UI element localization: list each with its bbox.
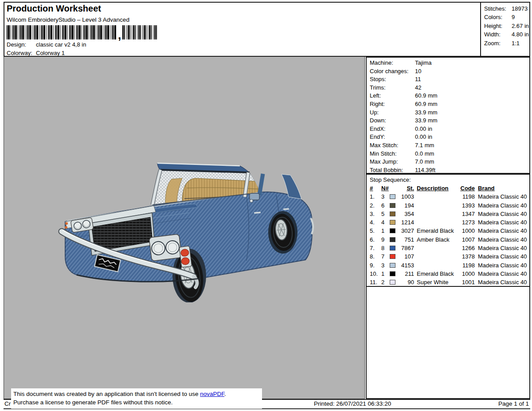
machine-row: EndX:0.00 in bbox=[367, 125, 529, 133]
machine-row: Max Jump:7.0 mm bbox=[367, 158, 529, 166]
stat-width: Width:4.80 in bbox=[484, 30, 530, 39]
stop-row: 4.412141273Madeira Classic 40 bbox=[367, 218, 529, 227]
stop-row: 7.878671266Madeira Classic 40 bbox=[367, 244, 529, 252]
machine-row: Total Bobbin:114.39ft bbox=[367, 166, 529, 175]
barcode-segment-2 bbox=[122, 25, 158, 39]
stop-row: 10.1211Emerald Black1000Madeira Classic … bbox=[367, 270, 529, 278]
thread-color-swatch bbox=[390, 246, 395, 251]
machine-row: Right:60.9 mm bbox=[367, 100, 529, 109]
machine-row: Stops:11 bbox=[367, 75, 529, 84]
stop-row: 6.9751Amber Black1007Madeira Classic 40 bbox=[367, 235, 529, 244]
design-value: classic car v2 4,8 in bbox=[36, 41, 86, 48]
barcode-segment-1 bbox=[7, 25, 117, 39]
colorway-label: Colorway: bbox=[7, 50, 36, 56]
production-worksheet-page: Production Worksheet Wilcom EmbroiderySt… bbox=[0, 0, 532, 411]
stop-row: 9.341531198Madeira Classic 40 bbox=[367, 261, 529, 270]
stop-row: 5.13027Emerald Black1000Madeira Classic … bbox=[367, 227, 529, 235]
thread-color-swatch bbox=[390, 194, 395, 199]
thread-color-swatch bbox=[390, 263, 395, 268]
barcode-comma: , bbox=[117, 31, 122, 39]
novapdf-notice-line2: Purchase a license to generate PDF files… bbox=[13, 398, 260, 407]
stat-stitches: Stitches:18973 bbox=[484, 4, 530, 13]
stat-zoom: Zoom:1:1 bbox=[484, 39, 530, 47]
machine-row: Max Stitch:7.1 mm bbox=[367, 141, 529, 150]
thread-color-swatch bbox=[390, 203, 395, 208]
stop-row: 1.310031198Madeira Classic 40 bbox=[367, 192, 529, 201]
car-embroidery-graphic bbox=[49, 156, 320, 302]
design-label: Design: bbox=[7, 41, 36, 48]
novapdf-notice-line1: This document was created by an applicat… bbox=[13, 390, 260, 398]
stop-row: 2.61941393Madeira Classic 40 bbox=[367, 201, 529, 210]
machine-row: Down:33.9 mm bbox=[367, 117, 529, 125]
stop-row: 8.71071378Madeira Classic 40 bbox=[367, 252, 529, 261]
colorway-value: Colorway 1 bbox=[36, 50, 65, 56]
stop-row: 11.290Super White1001Madeira Classic 40 bbox=[367, 278, 529, 286]
stop-sequence-header: # N# St. Description Code Brand bbox=[367, 184, 529, 192]
page-title: Production Worksheet bbox=[7, 4, 101, 14]
stop-sequence-box: Stop Sequence: # N# St. Description Code… bbox=[366, 174, 530, 399]
design-canvas bbox=[4, 57, 365, 399]
machine-info-box: Machine:Tajima Color changes:10 Stops:11… bbox=[366, 57, 530, 174]
stop-sequence-title: Stop Sequence: bbox=[367, 176, 529, 184]
novapdf-notice: This document was created by an applicat… bbox=[11, 388, 262, 409]
stat-height: Height:2.67 in bbox=[484, 22, 530, 30]
machine-row: Trims:42 bbox=[367, 84, 529, 92]
thread-color-swatch bbox=[390, 280, 395, 285]
machine-row: Min Stitch:0.0 mm bbox=[367, 150, 529, 158]
design-row: Design:classic car v2 4,8 in bbox=[7, 41, 86, 48]
machine-row: EndY:0.00 in bbox=[367, 133, 529, 141]
footer-page-number: Page 1 of 1 bbox=[498, 400, 529, 407]
machine-row: Up:33.9 mm bbox=[367, 109, 529, 117]
stop-sequence-divider bbox=[367, 286, 529, 287]
footer-left-fragment: Cr bbox=[4, 400, 11, 407]
design-barcode: , bbox=[7, 25, 158, 39]
thread-color-swatch bbox=[390, 228, 395, 233]
stat-colors: Colors:9 bbox=[484, 13, 530, 21]
thread-color-swatch bbox=[390, 211, 395, 216]
novapdf-link[interactable]: novaPDF bbox=[200, 391, 224, 397]
machine-row: Machine:Tajima bbox=[367, 59, 529, 67]
colorway-row: Colorway:Colorway 1 bbox=[7, 50, 65, 56]
thread-color-swatch bbox=[390, 271, 395, 276]
machine-row: Left:60.9 mm bbox=[367, 92, 529, 100]
app-subtitle: Wilcom EmbroideryStudio – Level 3 Advanc… bbox=[7, 16, 129, 23]
thread-color-swatch bbox=[390, 254, 395, 259]
header-box: Production Worksheet Wilcom EmbroiderySt… bbox=[4, 2, 530, 57]
thread-color-swatch bbox=[390, 220, 395, 225]
design-stats-box: Stitches:18973 Colors:9 Height:2.67 in W… bbox=[480, 3, 530, 56]
thread-color-swatch bbox=[390, 237, 395, 242]
footer-printed-timestamp: Printed: 26/07/2021 06:33:20 bbox=[314, 400, 391, 407]
machine-row: Color changes:10 bbox=[367, 67, 529, 76]
stop-row: 3.53541347Madeira Classic 40 bbox=[367, 210, 529, 218]
